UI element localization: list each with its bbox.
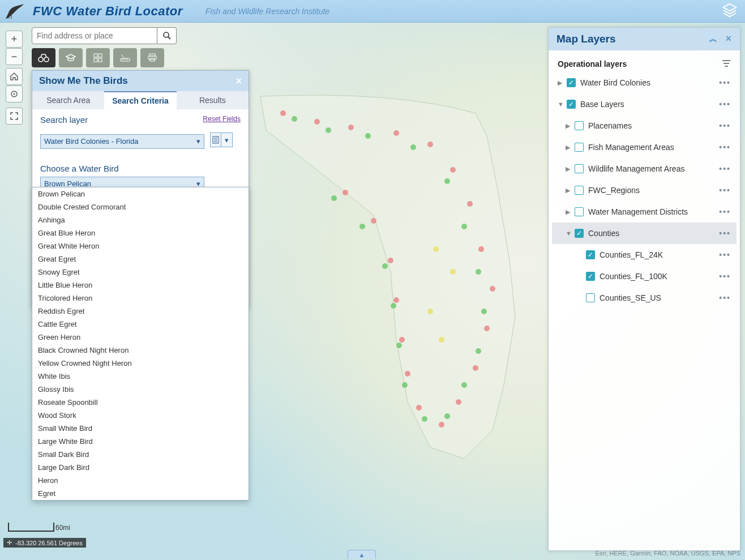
map-layers-title: Map Layers [556,33,616,45]
zoom-out-button[interactable]: − [6,48,23,65]
search-input[interactable] [32,27,157,44]
layer-menu-button[interactable]: ••• [716,272,734,281]
map-layers-title-bar[interactable]: Map Layers ︽ ✕ [549,28,740,50]
layer-menu-button[interactable]: ••• [716,207,734,216]
layer-row[interactable]: ▶Water Bird Colonies••• [552,72,737,93]
layer-row[interactable]: ▶Fish Management Areas••• [552,136,737,158]
bird-option[interactable]: Small Dark Bird [32,448,249,461]
bird-option[interactable]: Tricolored Heron [32,292,249,305]
basemap-tool-button[interactable] [86,48,110,67]
svg-point-33 [422,416,427,422]
collapse-icon[interactable]: ︽ [709,34,717,44]
binoculars-tool-button[interactable] [32,48,55,67]
layer-checkbox[interactable] [586,272,595,281]
layer-menu-button[interactable]: ••• [716,164,734,173]
layer-checkbox[interactable] [575,186,584,195]
bird-option[interactable]: Yellow Crowned Night Heron [32,357,249,370]
attribution-expand-tab[interactable]: ▲ [348,550,376,559]
bird-option[interactable]: Small White Bird [32,422,249,435]
layer-row[interactable]: Counties_SE_US••• [552,287,737,309]
bird-option[interactable]: Glossy Ibis [32,383,249,396]
bird-option[interactable]: Heron [32,474,249,487]
bird-option[interactable]: Black Crowned Night Heron [32,344,249,357]
twist-icon[interactable]: ▶ [566,187,572,194]
bird-option[interactable]: Double Crested Cormorant [32,200,249,213]
bird-option[interactable]: Great Blue Heron [32,226,249,240]
layer-menu-button[interactable]: ••• [716,186,734,195]
twist-icon[interactable]: ▶ [566,144,572,151]
search-layer-dropdown[interactable]: Water Bird Colonies - Florida ▾ [40,134,204,149]
bird-option[interactable]: Great Egret [32,253,249,266]
layer-checkbox[interactable] [567,78,576,87]
bird-option[interactable]: Great White Heron [32,240,249,253]
coordinate-readout[interactable]: ✛ -83.320 26.561 Degrees [3,538,86,548]
measure-tool-button[interactable] [113,48,137,67]
twist-icon[interactable]: ▼ [558,101,564,108]
bird-option[interactable]: Green Heron [32,331,249,344]
bird-option[interactable]: Wood Stork [32,409,249,422]
layer-menu-button[interactable]: ••• [716,100,734,109]
bird-option[interactable]: Snowy Egret [32,266,249,279]
twist-icon[interactable]: ▶ [566,165,572,173]
tab-results[interactable]: Results [177,91,249,109]
bird-option[interactable]: Anhinga [32,213,249,226]
layer-menu-button[interactable]: ••• [716,78,734,87]
layer-checkbox[interactable] [586,293,595,302]
layer-menu-button[interactable]: ••• [716,229,734,238]
layer-checkbox[interactable] [586,250,595,259]
layer-checkbox[interactable] [575,143,584,152]
scalebar-label: 60mi [55,524,70,532]
layer-row[interactable]: ▼Base Layers••• [552,93,737,115]
layer-menu-button[interactable]: ••• [716,293,734,302]
twist-icon[interactable]: ▶ [558,79,564,87]
layer-menu-button[interactable]: ••• [716,143,734,152]
bird-option[interactable]: Little Blue Heron [32,279,249,292]
search-submit-button[interactable] [157,27,177,44]
fullscreen-button[interactable] [6,108,23,125]
filter-icon[interactable] [722,59,731,67]
bird-option[interactable]: Cattle Egret [32,318,249,331]
ruler-icon [120,53,130,62]
twist-icon[interactable]: ▶ [566,122,572,130]
layer-row[interactable]: Counties_FL_100K••• [552,266,737,287]
zoom-in-button[interactable]: + [6,31,23,48]
bird-dropdown-list[interactable]: Brown PelicanDouble Crested CormorantAnh… [32,187,249,501]
layer-detail-button[interactable] [210,132,221,147]
bird-option[interactable]: Brown Pelican [32,187,249,200]
layer-row[interactable]: ▶Placenames••• [552,115,737,136]
tab-search-area[interactable]: Search Area [32,91,104,109]
layer-checkbox[interactable] [567,100,576,109]
layer-checkbox[interactable] [575,229,584,238]
layer-menu-button[interactable]: ••• [716,250,734,259]
locate-me-button[interactable] [6,86,23,102]
bird-option[interactable]: Large White Bird [32,435,249,448]
layer-checkbox[interactable] [575,121,584,130]
reset-fields-link[interactable]: Reset Fields [203,115,241,123]
home-extent-button[interactable] [6,68,23,85]
bird-option[interactable]: Large Dark Bird [32,461,249,474]
svg-point-37 [382,263,388,269]
layer-row[interactable]: ▶FWC_Regions••• [552,179,737,201]
svg-point-8 [467,201,473,207]
bird-option[interactable]: Roseate Spoonbill [32,396,249,409]
layer-checkbox[interactable] [575,164,584,173]
layer-extra-dropdown[interactable]: ▾ [221,132,233,147]
panel-title-bar[interactable]: Show Me The Birds × [32,71,249,91]
bird-option[interactable]: Egret [32,487,249,500]
education-tool-button[interactable] [59,48,83,67]
layers-toggle-icon[interactable] [721,2,738,19]
layer-row[interactable]: ▼Counties••• [552,223,737,244]
tab-search-criteria[interactable]: Search Criteria [104,91,176,109]
layer-menu-button[interactable]: ••• [716,121,734,130]
layer-row[interactable]: Counties_FL_24K••• [552,244,737,266]
close-icon[interactable]: ✕ [725,34,732,44]
twist-icon[interactable]: ▶ [566,208,572,216]
bird-option[interactable]: Reddish Egret [32,305,249,318]
bird-option[interactable]: White Ibis [32,370,249,383]
layer-row[interactable]: ▶Wildlife Management Areas••• [552,158,737,179]
layer-checkbox[interactable] [575,207,584,216]
layer-row[interactable]: ▶Water Management Districts••• [552,201,737,223]
print-tool-button[interactable] [140,48,164,67]
twist-icon[interactable]: ▼ [566,230,572,237]
panel-close-button[interactable]: × [236,75,242,87]
